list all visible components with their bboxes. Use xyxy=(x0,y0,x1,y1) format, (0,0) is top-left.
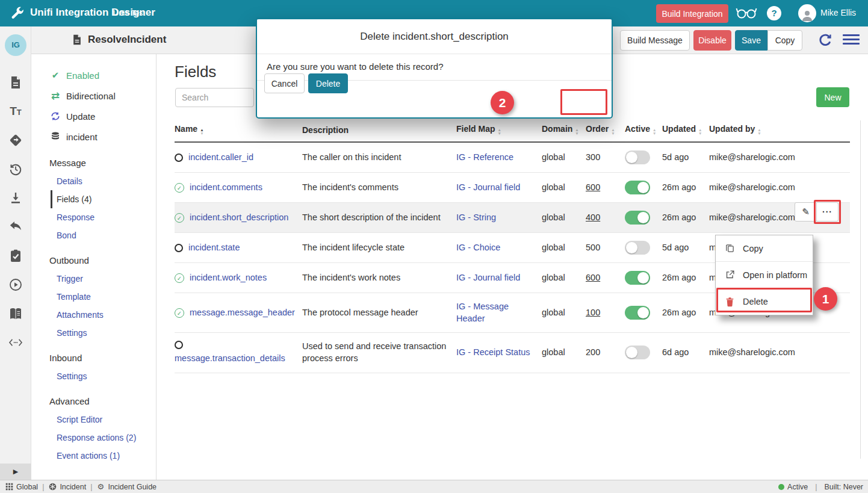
field-map-link[interactable]: IG - Journal field xyxy=(456,273,520,282)
field-order[interactable]: 600 xyxy=(586,273,600,282)
sort-icon[interactable]: ▲▼ xyxy=(498,128,501,135)
history-icon[interactable] xyxy=(8,161,23,177)
sort-icon[interactable]: ▲▼ xyxy=(653,128,656,135)
field-map-link[interactable]: IG - Journal field xyxy=(456,182,520,192)
new-button[interactable]: New xyxy=(816,87,849,107)
disable-button[interactable]: Disable xyxy=(693,30,731,51)
active-toggle[interactable] xyxy=(625,306,650,320)
column-header-order[interactable]: Order▲▼ xyxy=(586,119,625,142)
sidebar-item-details[interactable]: Details xyxy=(31,172,156,190)
statusbar-incident-guide[interactable]: ⚙Incident Guide xyxy=(96,483,157,491)
statusbar-incident[interactable]: Incident xyxy=(48,483,86,491)
text-icon[interactable]: TT xyxy=(8,104,23,119)
copy-button[interactable]: Copy xyxy=(767,30,802,51)
user-avatar[interactable] xyxy=(798,4,816,22)
column-header-description[interactable]: Description xyxy=(302,119,456,142)
build-integration-button[interactable]: Build Integration xyxy=(656,4,728,23)
build-message-button[interactable]: Build Message xyxy=(620,30,690,51)
glasses-icon[interactable] xyxy=(736,6,757,20)
field-map-link[interactable]: IG - Message Header xyxy=(456,302,509,323)
tasks-icon[interactable] xyxy=(8,248,23,264)
field-name-link[interactable]: incident.state xyxy=(188,243,240,252)
sort-icon[interactable]: ▲▼ xyxy=(200,128,203,135)
active-toggle[interactable] xyxy=(625,211,650,225)
sort-icon[interactable]: ▲▼ xyxy=(611,128,615,135)
active-check-icon: ✓ xyxy=(175,183,184,193)
sidebar-item-trigger[interactable]: Trigger xyxy=(31,270,156,288)
field-name-link[interactable]: incident.work_notes xyxy=(190,273,267,282)
context-menu-item-open-in-platform[interactable]: Open in platform xyxy=(716,262,813,288)
context-menu-item-delete[interactable]: Delete xyxy=(716,288,813,315)
menu-icon[interactable] xyxy=(843,34,860,46)
more-actions-button[interactable]: ··· xyxy=(816,202,839,222)
sort-icon[interactable]: ▲▼ xyxy=(698,128,702,135)
refresh-icon[interactable] xyxy=(817,33,833,48)
help-icon[interactable]: ? xyxy=(767,6,781,20)
field-name-link[interactable]: message.transaction_details xyxy=(175,353,285,363)
field-updated: 26m ago xyxy=(662,293,709,333)
section-title: Fields xyxy=(175,63,216,81)
edit-button[interactable]: ✎ xyxy=(795,202,817,222)
column-header-domain[interactable]: Domain▲▼ xyxy=(542,119,586,142)
column-header-field-map[interactable]: Field Map▲▼ xyxy=(456,119,542,142)
directions-icon[interactable] xyxy=(8,132,23,148)
field-map-link[interactable]: IG - String xyxy=(456,212,496,222)
sidebar-item-settings[interactable]: Settings xyxy=(31,324,156,342)
sidebar-item-settings[interactable]: Settings xyxy=(31,367,156,385)
field-name-link[interactable]: incident.short_description xyxy=(190,212,288,222)
sidebar-item-attachments[interactable]: Attachments xyxy=(31,306,156,324)
table-right-divider xyxy=(860,120,861,459)
sidebar-status-bidirectional[interactable]: ⇄Bidirectional xyxy=(31,85,156,106)
field-order[interactable]: 600 xyxy=(586,182,600,192)
active-toggle[interactable] xyxy=(625,241,650,255)
active-toggle[interactable] xyxy=(625,150,650,164)
expand-sidebar-button[interactable]: ▶ xyxy=(0,464,31,480)
sort-icon[interactable]: ▲▼ xyxy=(575,128,578,135)
active-toggle[interactable] xyxy=(625,181,650,194)
field-order: 300 xyxy=(586,152,600,162)
active-toggle[interactable] xyxy=(625,346,650,359)
confirm-delete-button[interactable]: Delete xyxy=(308,73,348,93)
built-label: Built: Never xyxy=(824,483,863,491)
app-subtitle[interactable]: Unifi Test xyxy=(113,8,145,17)
column-header-active[interactable]: Active▲▼ xyxy=(625,119,662,142)
field-map-link[interactable]: IG - Choice xyxy=(456,243,500,252)
sidebar-item-fields-4[interactable]: Fields (4) xyxy=(51,190,156,208)
field-order[interactable]: 100 xyxy=(586,308,600,317)
code-icon[interactable] xyxy=(8,335,23,350)
sidebar-item-script-editor[interactable]: Script Editor xyxy=(31,411,156,429)
book-icon[interactable] xyxy=(8,306,23,321)
sidebar-status-update[interactable]: Update xyxy=(31,106,156,126)
user-name[interactable]: Mike Ellis xyxy=(820,8,856,17)
field-map-link[interactable]: IG - Reference xyxy=(456,152,513,162)
field-order[interactable]: 400 xyxy=(586,212,600,222)
grid-icon xyxy=(5,483,13,491)
column-header-updated-by[interactable]: Updated by▲▼ xyxy=(709,119,850,142)
sidebar-status-incident[interactable]: incident xyxy=(31,126,156,147)
column-header-updated[interactable]: Updated▲▼ xyxy=(662,119,709,142)
field-map-link[interactable]: IG - Receipt Status xyxy=(456,347,530,357)
search-input[interactable] xyxy=(175,88,254,107)
column-header-name[interactable]: Name▲▼ xyxy=(175,119,302,142)
active-toggle[interactable] xyxy=(625,271,650,285)
sidebar-status-enabled[interactable]: ✔Enabled xyxy=(31,65,156,85)
sort-icon[interactable]: ▲▼ xyxy=(757,128,761,135)
play-icon[interactable] xyxy=(8,277,23,293)
download-icon[interactable] xyxy=(8,190,23,206)
field-name-link[interactable]: message.message_header xyxy=(190,308,295,317)
check-icon: ✔ xyxy=(49,69,61,81)
sidebar-item-template[interactable]: Template xyxy=(31,288,156,306)
sidebar-item-response-actions-2[interactable]: Response actions (2) xyxy=(31,429,156,447)
context-menu-item-copy[interactable]: Copy xyxy=(716,235,813,262)
sidebar-item-bond[interactable]: Bond xyxy=(31,226,156,244)
integration-avatar[interactable]: IG xyxy=(5,34,26,56)
save-button[interactable]: Save xyxy=(735,30,767,51)
sidebar-item-response[interactable]: Response xyxy=(31,208,156,226)
field-name-link[interactable]: incident.comments xyxy=(190,182,262,192)
statusbar-global[interactable]: Global xyxy=(5,483,38,491)
cancel-button[interactable]: Cancel xyxy=(264,73,305,93)
document-icon[interactable] xyxy=(8,75,23,90)
field-name-link[interactable]: incident.caller_id xyxy=(188,152,253,162)
sidebar-item-event-actions-1[interactable]: Event actions (1) xyxy=(31,447,156,465)
reply-icon[interactable] xyxy=(8,219,23,235)
